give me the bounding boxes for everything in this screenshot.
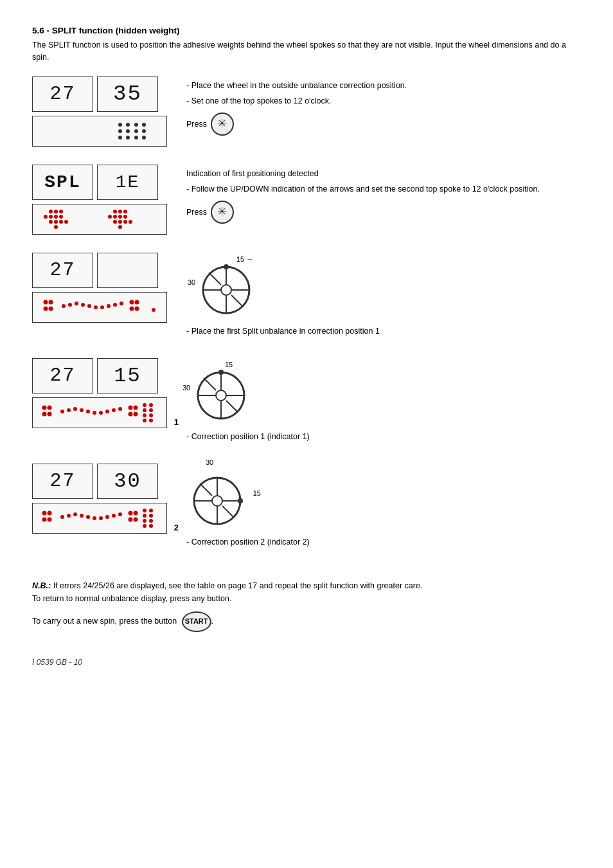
display-block-2: SPL 1E [32, 165, 167, 235]
wheel-svg-3 [199, 264, 257, 316]
page-container: 5.6 - SPLIT function (hidden weight) The… [32, 26, 581, 667]
nb-section: N.B.: If errors 24/25/26 are displayed, … [32, 579, 581, 632]
svg-point-18 [44, 215, 48, 219]
svg-point-103 [60, 515, 64, 519]
svg-point-41 [68, 303, 72, 307]
lcd-value-top-left-1: 27 [49, 83, 75, 105]
svg-point-87 [149, 408, 153, 412]
svg-point-22 [64, 220, 68, 224]
svg-point-40 [62, 304, 66, 308]
svg-point-44 [87, 304, 91, 308]
lcd-top-right-1: 35 [97, 77, 158, 112]
svg-point-74 [99, 411, 103, 415]
svg-point-2 [118, 129, 122, 133]
svg-point-133 [238, 498, 243, 503]
svg-point-126 [212, 496, 222, 506]
lcd-value-top-right-2: 1E [116, 172, 140, 192]
svg-point-109 [99, 516, 103, 520]
svg-point-9 [142, 123, 146, 127]
section-5: 27 30 [32, 464, 581, 551]
svg-point-8 [134, 136, 138, 140]
lcd-value-top-right-5: 30 [114, 469, 141, 493]
indicator-label-1: 1 [174, 417, 179, 427]
nb-paragraph-2: To return to normal unbalance display, p… [32, 592, 581, 605]
svg-point-21 [59, 220, 63, 224]
svg-point-79 [134, 405, 138, 410]
svg-point-11 [142, 136, 146, 140]
svg-point-23 [54, 225, 58, 229]
svg-point-14 [59, 210, 63, 213]
svg-point-13 [54, 210, 58, 213]
svg-point-110 [105, 515, 109, 519]
svg-point-20 [54, 220, 58, 224]
svg-point-36 [44, 300, 48, 304]
svg-point-26 [123, 210, 127, 213]
svg-point-35 [118, 225, 122, 229]
svg-point-33 [123, 220, 127, 224]
svg-point-117 [143, 509, 147, 512]
svg-point-115 [129, 517, 133, 521]
instr-2-line2: - Follow the UP/DOWN indication of the a… [186, 183, 581, 195]
wheel-label-top-3: 15 → [236, 254, 253, 266]
svg-point-66 [42, 411, 47, 416]
svg-point-38 [44, 306, 48, 311]
svg-point-120 [143, 524, 147, 528]
wheel-label-top-5: 30 [206, 457, 213, 469]
svg-point-29 [123, 215, 127, 219]
svg-point-85 [143, 419, 147, 422]
svg-point-42 [75, 302, 78, 305]
svg-point-4 [118, 136, 122, 140]
lcd-value-top-left-4: 27 [49, 365, 75, 386]
svg-point-91 [216, 390, 226, 401]
svg-point-100 [48, 511, 52, 515]
svg-point-64 [42, 405, 47, 410]
svg-point-75 [105, 410, 109, 413]
svg-point-24 [113, 210, 117, 213]
display-block-4: 27 15 [32, 358, 167, 428]
lcd-bottom-4 [32, 397, 167, 428]
svg-point-3 [126, 129, 130, 133]
svg-line-61 [209, 273, 221, 285]
dot-matrix-4 [35, 399, 161, 427]
wheel-diagram-4: 15 30 [186, 361, 252, 425]
wheel-svg-5 [190, 475, 248, 527]
svg-point-83 [143, 408, 147, 412]
page-title: 5.6 - SPLIT function (hidden weight) [32, 26, 581, 35]
wheel-label-left-4: 30 [182, 383, 190, 394]
lcd-value-top-right-4: 15 [114, 364, 141, 388]
svg-point-101 [42, 517, 47, 521]
svg-point-28 [118, 215, 122, 219]
svg-point-77 [118, 407, 122, 411]
display-top-2: SPL 1E [32, 165, 167, 200]
svg-line-131 [200, 484, 212, 496]
svg-point-48 [113, 303, 117, 307]
svg-point-116 [134, 517, 138, 521]
svg-point-54 [152, 308, 155, 312]
press-button-2[interactable]: ✳ [211, 201, 234, 224]
svg-point-118 [143, 514, 147, 518]
svg-point-82 [143, 403, 147, 407]
dot-matrix-1 [37, 117, 163, 145]
lcd-top-right-4: 15 [97, 358, 158, 393]
svg-point-81 [134, 411, 138, 416]
instructions-4: 15 30 - Correction position 1 (ind [186, 358, 581, 446]
instr-2-line1: Indication of first positioning detected [186, 167, 581, 180]
star-icon-2: ✳ [217, 203, 227, 221]
display-top-5: 27 30 [32, 464, 167, 499]
svg-point-71 [80, 408, 84, 412]
wheel-svg-4 [194, 370, 252, 421]
svg-point-84 [143, 413, 147, 417]
instructions-3: 15 → 30 [186, 253, 581, 340]
press-button-1[interactable]: ✳ [211, 113, 234, 136]
svg-point-80 [129, 411, 133, 416]
display-block-1: 27 35 [32, 77, 167, 147]
wheel-diagram-5: 30 15 [186, 466, 248, 530]
press-label-2: Press [186, 206, 207, 219]
svg-point-6 [134, 123, 138, 127]
svg-point-123 [149, 519, 153, 523]
lcd-value-top-right-3 [121, 259, 134, 281]
wheel-diagram-3: 15 → 30 [186, 255, 257, 320]
lcd-top-left-1: 27 [32, 77, 93, 112]
svg-point-112 [118, 512, 122, 516]
start-button[interactable]: START [182, 611, 211, 632]
